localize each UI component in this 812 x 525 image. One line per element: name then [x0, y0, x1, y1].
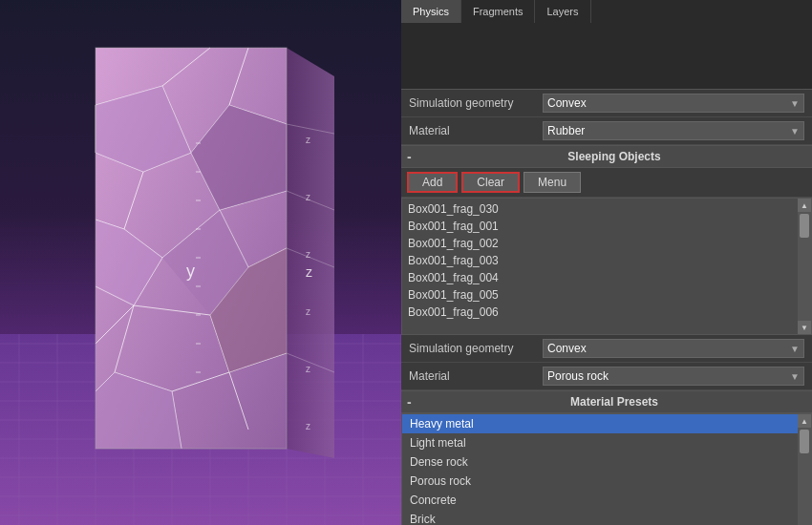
tab-physics-label: Physics	[413, 6, 449, 17]
tab-physics[interactable]: Physics	[401, 0, 461, 23]
scroll-track[interactable]	[798, 212, 811, 321]
scroll-handle[interactable]	[800, 214, 809, 238]
svg-text:y: y	[186, 262, 195, 281]
material-bottom-row: Material Porous rock ▼	[401, 363, 812, 390]
clear-button[interactable]: Clear	[461, 172, 520, 193]
tab-layers[interactable]: Layers	[535, 0, 590, 23]
material-presets-section-header: - Material Presets	[401, 390, 812, 413]
sim-geometry-bottom-value: Convex	[547, 342, 587, 355]
sleeping-objects-title: Sleeping Objects	[422, 150, 806, 163]
presets-scroll-up[interactable]: ▲	[798, 414, 811, 428]
dropdown-arrow-icon-4: ▼	[790, 371, 800, 382]
list-item[interactable]: Box001_frag_005	[402, 284, 798, 302]
scroll-down-arrow[interactable]: ▼	[798, 321, 811, 334]
svg-marker-60	[287, 48, 334, 458]
sleeping-objects-collapse[interactable]: -	[407, 149, 422, 164]
svg-text:z: z	[306, 249, 310, 260]
dropdown-arrow-icon: ▼	[790, 98, 800, 109]
svg-text:z: z	[306, 364, 310, 374]
sim-geometry-top-dropdown[interactable]: Convex ▼	[543, 94, 804, 113]
list-item[interactable]: Box001_frag_006	[402, 302, 798, 319]
list-scrollbar[interactable]: ▲ ▼	[798, 199, 811, 334]
svg-text:z: z	[306, 421, 310, 431]
preset-item-light-metal[interactable]: Light metal	[402, 433, 798, 452]
preset-item-dense-rock[interactable]: Dense rock	[402, 452, 798, 472]
3d-viewport[interactable]: y z z z z z z z	[0, 0, 401, 525]
material-top-dropdown[interactable]: Rubber ▼	[543, 121, 804, 140]
scroll-up-arrow[interactable]: ▲	[798, 199, 811, 212]
properties-panel: Physics Fragments Layers Simulation geom…	[401, 0, 812, 525]
tab-layers-label: Layers	[546, 6, 578, 17]
svg-text:z: z	[306, 192, 310, 202]
presets-scroll-handle[interactable]	[800, 430, 809, 453]
sim-geometry-top-label: Simulation geometry	[409, 96, 543, 110]
list-item[interactable]: Box001_frag_003	[402, 250, 798, 267]
list-item[interactable]: Box001_frag_001	[402, 216, 798, 233]
svg-text:z: z	[306, 264, 312, 280]
list-item[interactable]: Box001_frag_004	[402, 267, 798, 284]
list-item[interactable]: Box001_frag_030	[402, 199, 798, 216]
svg-text:z: z	[306, 306, 310, 317]
sim-geometry-top-row: Simulation geometry Convex ▼	[401, 90, 812, 117]
sim-geometry-bottom-row: Simulation geometry Convex ▼	[401, 335, 812, 363]
sim-geometry-top-value: Convex	[547, 96, 587, 110]
preset-item-heavy-metal[interactable]: Heavy metal	[402, 414, 798, 433]
sim-geometry-bottom-dropdown[interactable]: Convex ▼	[543, 339, 804, 358]
sleeping-objects-list: Box001_frag_030 Box001_frag_001 Box001_f…	[401, 198, 812, 335]
preview-area	[401, 23, 812, 90]
svg-text:z: z	[306, 135, 310, 145]
material-presets-list: Heavy metal Light metal Dense rock Porou…	[401, 413, 812, 525]
preset-item-porous-rock[interactable]: Porous rock	[402, 472, 798, 491]
menu-button[interactable]: Menu	[524, 172, 581, 193]
sim-geometry-bottom-label: Simulation geometry	[409, 342, 543, 355]
presets-scroll-track[interactable]	[798, 428, 811, 525]
3d-object: y z z z z z z z	[38, 29, 344, 496]
material-presets-title: Material Presets	[422, 395, 806, 409]
material-bottom-value: Porous rock	[547, 369, 609, 383]
presets-scrollbar[interactable]: ▲ ▼	[798, 414, 811, 525]
dropdown-arrow-icon-2: ▼	[790, 126, 800, 136]
material-top-value: Rubber	[547, 124, 585, 137]
sleeping-objects-section-header: - Sleeping Objects	[401, 145, 812, 168]
material-top-row: Material Rubber ▼	[401, 117, 812, 145]
list-items-container: Box001_frag_030 Box001_frag_001 Box001_f…	[402, 199, 798, 334]
preset-item-brick[interactable]: Brick	[402, 510, 798, 525]
sleeping-objects-buttons: Add Clear Menu	[401, 168, 812, 198]
material-presets-collapse[interactable]: -	[407, 394, 422, 410]
tab-fragments[interactable]: Fragments	[461, 0, 536, 23]
dropdown-arrow-icon-3: ▼	[790, 344, 800, 354]
list-item[interactable]: Box001_frag_002	[402, 233, 798, 250]
material-bottom-dropdown[interactable]: Porous rock ▼	[543, 367, 804, 386]
tabs-bar: Physics Fragments Layers	[401, 0, 812, 23]
material-bottom-label: Material	[409, 369, 543, 383]
add-button[interactable]: Add	[407, 172, 458, 193]
tab-fragments-label: Fragments	[473, 6, 524, 17]
material-top-label: Material	[409, 124, 543, 137]
presets-items-container: Heavy metal Light metal Dense rock Porou…	[402, 414, 798, 525]
preset-item-concrete[interactable]: Concrete	[402, 491, 798, 510]
